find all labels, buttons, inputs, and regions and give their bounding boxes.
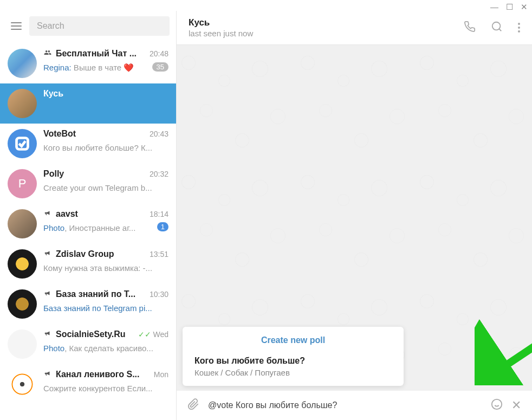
avatar (8, 129, 37, 158)
chat-item-time: 13:51 (150, 250, 168, 259)
chat-item-preview: Кому нужна эта выжимка: -... (43, 263, 152, 273)
chat-list: Бесплатный Чат ...20:48Regina: Выше в ча… (0, 43, 176, 404)
message-composer[interactable]: @vote Кого вы любите больше? ✕ (177, 391, 532, 420)
chat-item-time: 10:30 (150, 290, 168, 299)
chat-background: Create new poll Кого вы любите больше? К… (177, 45, 532, 391)
call-icon[interactable] (464, 21, 476, 35)
annotation-arrow-icon (508, 250, 532, 391)
menu-icon[interactable] (11, 22, 22, 30)
unread-badge: 1 (157, 222, 168, 231)
chat-item-title: Бесплатный Чат ... (56, 49, 137, 59)
chat-item-title: VoteBot (43, 129, 76, 139)
svg-point-7 (492, 399, 502, 409)
channel-icon (43, 289, 52, 299)
popup-action[interactable]: Create new poll (194, 335, 392, 345)
chat-item-time: 20:32 (150, 170, 168, 178)
chat-status: last seen just now (189, 29, 464, 38)
svg-line-2 (499, 29, 501, 31)
svg-point-1 (492, 22, 501, 30)
group-icon (43, 49, 52, 59)
chat-item-title: Polly (43, 169, 64, 179)
maximize-button[interactable]: ☐ (506, 2, 513, 12)
composer-input[interactable]: @vote Кого вы любите больше? (208, 400, 482, 410)
avatar (8, 89, 37, 118)
chat-header: Кусь last seen just now (177, 11, 532, 45)
chat-item-time: 18:14 (150, 210, 168, 218)
avatar (8, 49, 37, 78)
chat-item-preview: Кого вы любите больше? К... (43, 143, 152, 152)
avatar (8, 289, 37, 319)
chat-item-title: База знаний по Т... (56, 289, 135, 299)
close-window-button[interactable]: ✕ (521, 2, 528, 12)
chat-item-preview: База знаний по Telegram pi... (43, 303, 152, 313)
channel-icon (43, 249, 52, 259)
chat-item-title: SocialnieSety.Ru (56, 329, 126, 339)
chat-item-title: aavst (56, 209, 78, 219)
attach-icon[interactable] (187, 398, 199, 412)
chat-item-time: ✓✓Wed (138, 330, 168, 339)
channel-icon (43, 370, 52, 379)
minimize-button[interactable]: — (490, 2, 498, 12)
chat-item[interactable]: VoteBot20:43Кого вы любите больше? К... (0, 124, 176, 164)
chat-item-preview: Сожрите конкурентов Если... (43, 384, 153, 393)
avatar (8, 329, 37, 359)
chat-item-time: Mon (154, 370, 168, 379)
channel-icon (43, 209, 52, 219)
avatar (8, 249, 37, 279)
chat-item[interactable]: SocialnieSety.Ru✓✓WedPhoto, Как сделать … (0, 324, 176, 364)
chat-item[interactable]: Канал ленивого S...MonСожрите конкуренто… (0, 364, 176, 404)
more-icon[interactable] (518, 21, 520, 35)
chat-item-preview: Photo, Иностранные аг... (43, 223, 135, 232)
chat-item-title: Канал ленивого S... (56, 370, 139, 379)
chat-item-time: 20:43 (150, 130, 168, 138)
search-input[interactable]: Search (29, 16, 170, 36)
channel-icon (43, 329, 52, 339)
chat-item[interactable]: База знаний по Т...10:30База знаний по T… (0, 284, 176, 324)
popup-question: Кого вы любите больше? (194, 356, 392, 366)
search-icon[interactable] (491, 21, 503, 35)
emoji-icon[interactable] (491, 398, 503, 412)
chat-item[interactable]: Zdislav Group13:51Кому нужна эта выжимка… (0, 244, 176, 284)
inline-results-popup[interactable]: Create new poll Кого вы любите больше? К… (183, 327, 404, 386)
close-icon[interactable]: ✕ (511, 398, 521, 412)
chat-item-time: 20:48 (150, 49, 168, 58)
chat-item-title: Кусь (43, 89, 63, 99)
chat-item[interactable]: Бесплатный Чат ...20:48Regina: Выше в ча… (0, 43, 176, 83)
read-checks-icon: ✓✓ (138, 330, 151, 339)
heart-icon: ❤️ (124, 63, 134, 72)
avatar (8, 209, 37, 238)
sidebar: Search Бесплатный Чат ...20:48Regina: Вы… (0, 11, 177, 420)
chat-item-preview: Photo, Как сделать красиво... (43, 344, 153, 353)
chat-item[interactable]: PPolly20:32Create your own Telegram b... (0, 164, 176, 204)
chat-item-title: Zdislav Group (56, 249, 114, 259)
chat-item[interactable]: aavst18:14Photo, Иностранные аг...1 (0, 204, 176, 244)
svg-line-4 (496, 258, 532, 372)
unread-badge: 35 (152, 62, 168, 72)
chat-item-preview: Regina: Выше в чате ❤️ (43, 63, 134, 73)
window-controls: — ☐ ✕ (490, 2, 528, 12)
popup-options: Кошек / Собак / Попугаев (194, 368, 392, 377)
avatar: P (8, 169, 37, 198)
chat-item-preview: Create your own Telegram b... (43, 183, 152, 192)
avatar (8, 370, 37, 399)
chat-item[interactable]: Кусь (0, 83, 176, 124)
annotation-arrow-icon (475, 250, 532, 385)
chat-title[interactable]: Кусь (189, 17, 464, 28)
